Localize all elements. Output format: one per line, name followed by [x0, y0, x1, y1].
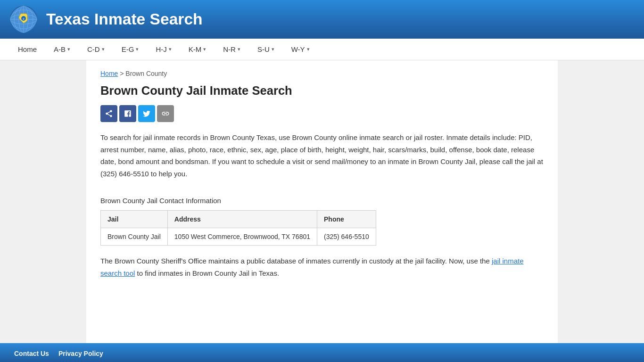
chevron-down-icon: ▾: [102, 46, 105, 52]
breadcrumb-home-link[interactable]: Home: [100, 70, 118, 77]
nav-item-home[interactable]: Home: [9, 39, 45, 60]
twitter-icon: [142, 109, 151, 118]
breadcrumb-separator: >: [120, 70, 124, 77]
breadcrumb: Home > Brown County: [100, 70, 544, 77]
bottom-description: The Brown County Sheriff's Office mainta…: [100, 255, 544, 279]
social-share-bar: [100, 105, 544, 122]
table-header-phone: Phone: [317, 211, 376, 228]
svg-text:+: +: [22, 16, 25, 21]
table-header-address: Address: [167, 211, 317, 228]
table-cell-phone: (325) 646-5510: [317, 228, 376, 246]
site-title: Texas Inmate Search: [46, 10, 203, 28]
chevron-down-icon: ▾: [272, 46, 274, 52]
chevron-down-icon: ▾: [307, 46, 310, 52]
bottom-text-after-link: to find inmates in Brown County Jail in …: [135, 269, 279, 277]
contact-info-heading: Brown County Jail Contact Information: [100, 197, 544, 205]
table-row: Brown County Jail 1050 West Commerce, Br…: [101, 228, 376, 246]
main-navigation: Home A-B ▾ C-D ▾ E-G ▾ H-J ▾ K-M ▾ N-R ▾…: [0, 39, 644, 60]
table-cell-address: 1050 West Commerce, Brownwood, TX 76801: [167, 228, 317, 246]
footer-privacy-link[interactable]: Privacy Policy: [58, 350, 103, 357]
nav-item-ab[interactable]: A-B ▾: [45, 39, 79, 60]
chevron-down-icon: ▾: [203, 46, 206, 52]
page-title: Brown County Jail Inmate Search: [100, 84, 544, 98]
table-cell-jail-name: Brown County Jail: [101, 228, 168, 246]
chevron-down-icon: ▾: [169, 46, 172, 52]
nav-item-cd[interactable]: C-D ▾: [79, 39, 113, 60]
breadcrumb-current: Brown County: [125, 70, 167, 77]
site-header: + Texas Inmate Search: [0, 0, 644, 39]
facebook-share-button[interactable]: [119, 105, 136, 122]
footer-contact-link[interactable]: Contact Us: [14, 350, 49, 357]
nav-item-hj[interactable]: H-J ▾: [147, 39, 180, 60]
main-content: Home > Brown County Brown County Jail In…: [86, 60, 558, 343]
facebook-icon: [124, 109, 132, 118]
copy-link-button[interactable]: [157, 105, 174, 122]
chevron-down-icon: ▾: [67, 46, 70, 52]
nav-item-su[interactable]: S-U ▾: [249, 39, 283, 60]
share-icon: [105, 109, 113, 118]
site-footer: Contact Us Privacy Policy: [0, 343, 644, 362]
nav-item-nr[interactable]: N-R ▾: [215, 39, 249, 60]
link-icon: [161, 109, 170, 118]
chevron-down-icon: ▾: [238, 46, 240, 52]
chevron-down-icon: ▾: [136, 46, 139, 52]
nav-item-eg[interactable]: E-G ▾: [113, 39, 148, 60]
table-header-jail: Jail: [101, 211, 168, 228]
jail-contact-table: Jail Address Phone Brown County Jail 105…: [100, 210, 376, 246]
nav-item-wy[interactable]: W-Y ▾: [283, 39, 318, 60]
share-button[interactable]: [100, 105, 117, 122]
twitter-share-button[interactable]: [138, 105, 155, 122]
site-logo: +: [9, 5, 38, 33]
bottom-text-before-link: The Brown County Sheriff's Office mainta…: [100, 257, 492, 265]
page-description: To search for jail inmate records in Bro…: [100, 132, 544, 180]
nav-item-km[interactable]: K-M ▾: [180, 39, 215, 60]
